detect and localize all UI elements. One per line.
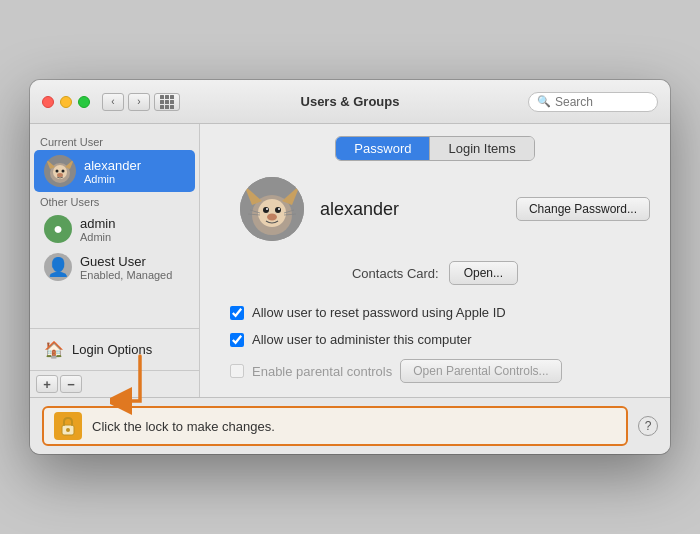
- contacts-card-label: Contacts Card:: [352, 266, 439, 281]
- user-name-display: alexander: [320, 199, 500, 220]
- nav-buttons: ‹ ›: [102, 93, 150, 111]
- checkbox-parental[interactable]: [230, 364, 244, 378]
- remove-user-button[interactable]: −: [60, 375, 82, 393]
- svg-marker-3: [65, 159, 74, 169]
- sidebar-actions: + −: [30, 370, 199, 397]
- checkbox-apple-id-label: Allow user to reset password using Apple…: [252, 305, 506, 320]
- search-icon: 🔍: [537, 95, 551, 108]
- house-icon: 🏠: [44, 340, 64, 359]
- guest-name: Guest User: [80, 254, 172, 269]
- svg-point-6: [62, 170, 65, 173]
- tab-login-items[interactable]: Login Items: [430, 137, 533, 160]
- traffic-lights: [42, 96, 90, 108]
- open-parental-controls-button[interactable]: Open Parental Controls...: [400, 359, 561, 383]
- titlebar: ‹ › Users & Groups 🔍: [30, 80, 670, 124]
- guest-icon: 👤: [47, 256, 69, 278]
- bottom-bar: Click the lock to make changes. ?: [30, 397, 670, 454]
- svg-point-15: [266, 208, 268, 210]
- tabs-row: Password Login Items: [220, 136, 650, 161]
- svg-point-17: [267, 214, 277, 221]
- svg-point-13: [263, 207, 269, 213]
- search-box[interactable]: 🔍: [528, 92, 658, 112]
- checkbox-section: Allow user to reset password using Apple…: [220, 303, 650, 385]
- svg-point-5: [56, 170, 59, 173]
- main-window: ‹ › Users & Groups 🔍 Current User: [30, 80, 670, 454]
- sidebar-item-admin[interactable]: ● admin Admin: [34, 210, 195, 248]
- back-button[interactable]: ‹: [102, 93, 124, 111]
- admin-text: admin Admin: [80, 216, 115, 243]
- avatar-guest: 👤: [44, 253, 72, 281]
- current-user-name: alexander: [84, 158, 141, 173]
- close-button[interactable]: [42, 96, 54, 108]
- change-password-button[interactable]: Change Password...: [516, 197, 650, 221]
- login-options-label: Login Options: [72, 342, 152, 357]
- main-panel: Password Login Items: [200, 124, 670, 397]
- open-contacts-button[interactable]: Open...: [449, 261, 518, 285]
- lock-box: Click the lock to make changes.: [42, 406, 628, 446]
- current-user-role: Admin: [84, 173, 141, 185]
- current-user-label: Current User: [30, 132, 199, 150]
- content-area: Current User: [30, 124, 670, 397]
- maximize-button[interactable]: [78, 96, 90, 108]
- avatar-admin: ●: [44, 215, 72, 243]
- minimize-button[interactable]: [60, 96, 72, 108]
- sidebar: Current User: [30, 124, 200, 397]
- contacts-row: Contacts Card: Open...: [220, 261, 650, 285]
- checkbox-apple-id[interactable]: [230, 306, 244, 320]
- current-user-text: alexander Admin: [84, 158, 141, 185]
- lock-icon[interactable]: [54, 412, 82, 440]
- lock-text: Click the lock to make changes.: [92, 419, 275, 434]
- guest-role: Enabled, Managed: [80, 269, 172, 281]
- user-avatar-large: [240, 177, 304, 241]
- checkbox-admin[interactable]: [230, 333, 244, 347]
- checkbox-admin-label: Allow user to administer this computer: [252, 332, 472, 347]
- window-title: Users & Groups: [301, 94, 400, 109]
- svg-point-7: [57, 173, 63, 177]
- tab-password[interactable]: Password: [336, 137, 430, 160]
- checkbox-row-parental: Enable parental controls Open Parental C…: [230, 357, 650, 385]
- svg-point-23: [66, 428, 70, 432]
- avatar-alexander: [44, 155, 76, 187]
- options-section: Contacts Card: Open... Allow user to res…: [220, 261, 650, 385]
- tab-group: Password Login Items: [335, 136, 534, 161]
- add-user-button[interactable]: +: [36, 375, 58, 393]
- checkbox-row-admin: Allow user to administer this computer: [230, 330, 650, 349]
- admin-icon: ●: [53, 220, 63, 238]
- checkbox-row-apple-id: Allow user to reset password using Apple…: [230, 303, 650, 322]
- guest-text: Guest User Enabled, Managed: [80, 254, 172, 281]
- sidebar-bottom: 🏠 Login Options: [30, 328, 199, 370]
- checkbox-parental-label: Enable parental controls: [252, 364, 392, 379]
- sidebar-item-guest[interactable]: 👤 Guest User Enabled, Managed: [34, 248, 195, 286]
- svg-marker-2: [46, 159, 55, 169]
- user-header: alexander Change Password...: [220, 177, 650, 241]
- admin-role: Admin: [80, 231, 115, 243]
- search-input[interactable]: [555, 95, 649, 109]
- sidebar-item-alexander[interactable]: alexander Admin: [34, 150, 195, 192]
- forward-button[interactable]: ›: [128, 93, 150, 111]
- grid-button[interactable]: [154, 93, 180, 111]
- help-button[interactable]: ?: [638, 416, 658, 436]
- admin-name: admin: [80, 216, 115, 231]
- other-users-label: Other Users: [30, 192, 199, 210]
- login-options-item[interactable]: 🏠 Login Options: [34, 335, 195, 364]
- svg-point-16: [278, 208, 280, 210]
- svg-point-14: [275, 207, 281, 213]
